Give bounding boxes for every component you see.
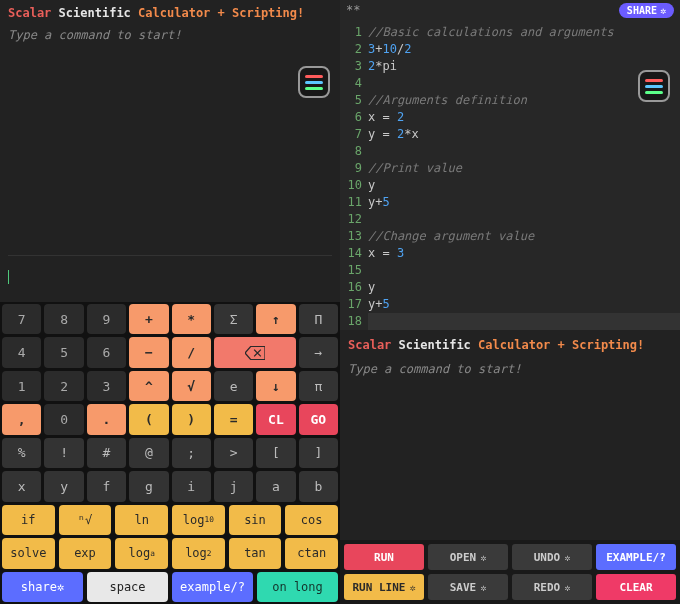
menu-button[interactable] — [298, 66, 330, 98]
gear-icon: ✲ — [564, 552, 570, 563]
key-backspace[interactable] — [214, 337, 296, 367]
key-power[interactable]: ^ — [129, 371, 168, 401]
divider — [8, 255, 332, 256]
key-minus[interactable]: − — [129, 337, 168, 367]
key-onlong[interactable]: on long — [257, 572, 338, 602]
key-Pi[interactable]: Π — [299, 304, 338, 334]
title-word-3: Calculator + Scripting! — [138, 6, 304, 20]
run-button[interactable]: RUN — [344, 544, 424, 570]
undo-button[interactable]: UNDO✲ — [512, 544, 592, 570]
gear-icon: ✲ — [564, 582, 570, 593]
key-clear[interactable]: CL — [256, 404, 295, 434]
key-exp[interactable]: exp — [59, 538, 112, 568]
example-button[interactable]: EXAMPLE/? — [596, 544, 676, 570]
gear-icon: ✲ — [409, 582, 415, 593]
key-j[interactable]: j — [214, 471, 253, 501]
calculator-panel: Scalar Scientific Calculator + Scripting… — [0, 0, 340, 604]
key-excl[interactable]: ! — [44, 438, 83, 468]
key-go[interactable]: GO — [299, 404, 338, 434]
key-6[interactable]: 6 — [87, 337, 126, 367]
key-gt[interactable]: > — [214, 438, 253, 468]
app-title: Scalar Scientific Calculator + Scripting… — [8, 6, 332, 20]
command-input[interactable] — [8, 268, 9, 284]
key-log2[interactable]: log2 — [172, 538, 225, 568]
editor-header: ** SHARE ✲ — [340, 0, 680, 20]
key-semi[interactable]: ; — [172, 438, 211, 468]
key-equals[interactable]: = — [214, 404, 253, 434]
key-3[interactable]: 3 — [87, 371, 126, 401]
gear-icon: ✲ — [57, 580, 64, 594]
key-at[interactable]: @ — [129, 438, 168, 468]
key-divide[interactable]: / — [172, 337, 211, 367]
key-percent[interactable]: % — [2, 438, 41, 468]
key-comma[interactable]: , — [2, 404, 41, 434]
gear-icon: ✲ — [480, 552, 486, 563]
key-i[interactable]: i — [172, 471, 211, 501]
clear-button[interactable]: CLEAR — [596, 574, 676, 600]
key-hash[interactable]: # — [87, 438, 126, 468]
key-sqrt[interactable]: √ — [172, 371, 211, 401]
key-example[interactable]: example/? — [172, 572, 253, 602]
key-ctan[interactable]: ctan — [285, 538, 338, 568]
key-space[interactable]: space — [87, 572, 168, 602]
key-0[interactable]: 0 — [44, 404, 83, 434]
gear-icon: ✲ — [480, 582, 486, 593]
backspace-icon — [245, 346, 265, 360]
script-console-prompt: Type a command to start! — [348, 362, 672, 376]
key-b[interactable]: b — [299, 471, 338, 501]
key-f[interactable]: f — [87, 471, 126, 501]
key-8[interactable]: 8 — [44, 304, 83, 334]
script-panel: ** SHARE ✲ 123456789101112131415161718 /… — [340, 0, 680, 604]
save-button[interactable]: SAVE✲ — [428, 574, 508, 600]
line-gutter: 123456789101112131415161718 — [340, 24, 368, 330]
key-lparen[interactable]: ( — [129, 404, 168, 434]
key-sin[interactable]: sin — [229, 505, 282, 535]
key-rparen[interactable]: ) — [172, 404, 211, 434]
key-nroot[interactable]: ⁿ√ — [59, 505, 112, 535]
title-word-2: Scientific — [59, 6, 131, 20]
console-prompt: Type a command to start! — [8, 28, 332, 42]
key-lbrack[interactable]: [ — [256, 438, 295, 468]
key-plus[interactable]: + — [129, 304, 168, 334]
keypad: 7 8 9 + * Σ ↑ Π 4 5 6 − / → 1 2 3 ^ √ e … — [0, 302, 340, 604]
key-9[interactable]: 9 — [87, 304, 126, 334]
key-7[interactable]: 7 — [2, 304, 41, 334]
key-x[interactable]: x — [2, 471, 41, 501]
key-right[interactable]: → — [299, 337, 338, 367]
key-share[interactable]: share ✲ — [2, 572, 83, 602]
key-ln[interactable]: ln — [115, 505, 168, 535]
key-e[interactable]: e — [214, 371, 253, 401]
code-lines[interactable]: //Basic calculations and arguments3+10/2… — [368, 24, 680, 330]
key-times[interactable]: * — [172, 304, 211, 334]
title-word-1: Scalar — [8, 6, 51, 20]
share-label: SHARE — [627, 5, 657, 16]
key-g[interactable]: g — [129, 471, 168, 501]
key-dot[interactable]: . — [87, 404, 126, 434]
script-console: Scalar Scientific Calculator + Scripting… — [340, 330, 680, 540]
key-5[interactable]: 5 — [44, 337, 83, 367]
key-solve[interactable]: solve — [2, 538, 55, 568]
key-a[interactable]: a — [256, 471, 295, 501]
key-down[interactable]: ↓ — [256, 371, 295, 401]
key-log10[interactable]: log10 — [172, 505, 225, 535]
key-sigma[interactable]: Σ — [214, 304, 253, 334]
key-2[interactable]: 2 — [44, 371, 83, 401]
key-tan[interactable]: tan — [229, 538, 282, 568]
key-cos[interactable]: cos — [285, 505, 338, 535]
key-y[interactable]: y — [44, 471, 83, 501]
action-bar: RUN OPEN✲ UNDO✲ EXAMPLE/? RUN LINE✲ SAVE… — [340, 540, 680, 604]
key-pi[interactable]: π — [299, 371, 338, 401]
key-loga[interactable]: loga — [115, 538, 168, 568]
key-rbrack[interactable]: ] — [299, 438, 338, 468]
dirty-indicator: ** — [346, 3, 360, 17]
runline-button[interactable]: RUN LINE✲ — [344, 574, 424, 600]
editor-menu-button[interactable] — [638, 70, 670, 102]
key-4[interactable]: 4 — [2, 337, 41, 367]
code-editor[interactable]: 123456789101112131415161718 //Basic calc… — [340, 20, 680, 330]
redo-button[interactable]: REDO✲ — [512, 574, 592, 600]
key-if[interactable]: if — [2, 505, 55, 535]
key-1[interactable]: 1 — [2, 371, 41, 401]
open-button[interactable]: OPEN✲ — [428, 544, 508, 570]
share-button[interactable]: SHARE ✲ — [619, 3, 674, 18]
key-up[interactable]: ↑ — [256, 304, 295, 334]
